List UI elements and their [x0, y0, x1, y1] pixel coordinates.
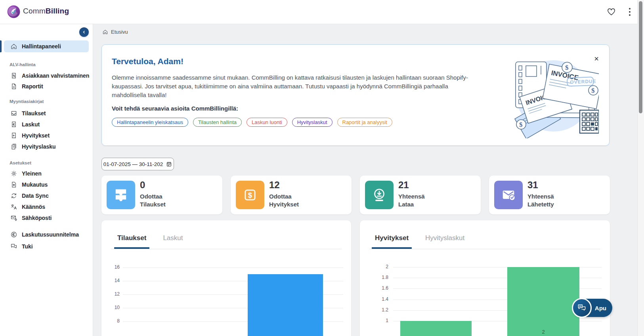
stat-label: Odottaa — [140, 193, 162, 200]
orders-archive-icon — [107, 181, 135, 209]
scrollbar-track[interactable] — [637, 0, 644, 336]
svg-text:$: $ — [565, 64, 569, 71]
download-circle-icon — [365, 181, 394, 209]
svg-text:OVERDUE: OVERDUE — [570, 78, 596, 85]
stat-label: Lähetetty — [527, 201, 554, 208]
stat-label: Lataa — [398, 201, 414, 208]
support-chat-icon — [10, 243, 17, 250]
topbar: CommBilling — [0, 0, 644, 24]
welcome-pill[interactable]: Hyvityslaskut — [292, 118, 333, 127]
stat-label: Odottaa — [269, 193, 292, 200]
date-range-picker[interactable]: 01-07-2025 — 30-11-202 — [101, 158, 174, 170]
y-axis-tick-label: 1 — [374, 318, 388, 323]
home-icon — [102, 29, 108, 35]
tab-hyvitykset[interactable]: Hyvitykset — [375, 234, 409, 248]
help-button[interactable]: Apu — [573, 299, 612, 317]
calendar-icon — [166, 161, 172, 167]
home-icon — [10, 43, 17, 50]
y-axis-tick-label: 1.2 — [374, 307, 388, 313]
sidebar-section-alv-hallinta: ALV-hallinta — [10, 62, 36, 67]
gear-icon — [10, 170, 17, 177]
bar-value-label: 2 — [507, 329, 579, 335]
stat-card-odottaa-tilaukset: 0 Odottaa Tilaukset — [101, 176, 222, 214]
stat-value: 31 — [527, 179, 538, 191]
sidebar-item-mukautus[interactable]: Mukautus — [0, 179, 93, 190]
document-icon — [10, 83, 17, 90]
tab-tilaukset[interactable]: Tilaukset — [117, 234, 146, 248]
sidebar-item-hallintapaneeli[interactable]: Hallintapaneeli — [0, 41, 93, 52]
receipt-percent-icon — [10, 72, 17, 79]
svg-text:$: $ — [591, 87, 595, 94]
sidebar-item-laskutussuunnitelma[interactable]: Laskutussuunnitelma — [0, 229, 93, 240]
stat-value: 21 — [398, 179, 409, 191]
y-axis-tick-label: 14 — [105, 278, 120, 283]
welcome-actions-intro: Voit tehdä seuraavia asioita CommBilling… — [112, 105, 238, 112]
invoice-euro-icon — [10, 121, 17, 128]
mail-check-icon — [494, 181, 523, 209]
y-axis-tick-label: 10 — [105, 305, 120, 310]
app-window: CommBilling Hallintapaneeli ALV-hal — [0, 0, 644, 336]
stat-label: Hyvitykset — [269, 201, 299, 208]
chat-bubbles-icon — [572, 298, 592, 318]
chart-bar — [507, 267, 579, 336]
tab-divider — [369, 249, 600, 249]
dollar-square-icon: $ — [236, 181, 264, 209]
y-axis-tick-label: 1.6 — [374, 285, 388, 291]
chart-gridline — [123, 267, 343, 268]
refunds-chart-tabs: Hyvitykset Hyvityslaskut — [375, 234, 464, 248]
breadcrumb[interactable]: Etusivu — [102, 29, 128, 35]
y-axis-tick-label: 2 — [374, 264, 388, 269]
tab-hyvityslaskut[interactable]: Hyvityslaskut — [425, 234, 464, 248]
tab-laskut[interactable]: Laskut — [163, 234, 183, 248]
orders-chart-tabs: Tilaukset Laskut — [117, 234, 183, 248]
stat-label: Tilaukset — [140, 201, 166, 208]
sidebar-section-asetukset: Asetukset — [10, 160, 31, 165]
sidebar-item-tilaukset[interactable]: Tilaukset — [0, 108, 93, 118]
email-settings-icon — [10, 214, 17, 221]
scrollbar-thumb[interactable] — [639, 1, 642, 113]
orders-tray-icon — [10, 110, 17, 117]
sidebar-item-data-sync[interactable]: Data Sync — [0, 190, 93, 201]
credit-note-icon — [10, 143, 17, 150]
chart-bar — [400, 321, 472, 336]
y-axis-tick-label: 1.8 — [374, 275, 388, 280]
y-axis-tick-label: 16 — [105, 264, 120, 270]
breadcrumb-label: Etusivu — [111, 29, 128, 35]
euro-circle-icon — [10, 231, 17, 238]
heart-icon[interactable] — [607, 8, 616, 16]
welcome-pill[interactable]: Laskun luonti — [247, 118, 287, 127]
stat-card-yhteensa-lataa: 21 Yhteensä Lataa — [360, 176, 481, 214]
sync-icon — [10, 192, 17, 199]
sidebar-item-tuki[interactable]: Tuki — [0, 241, 93, 252]
sidebar-item-yleinen[interactable]: Yleinen — [0, 168, 93, 179]
welcome-title: Tervetuloa, Adam! — [112, 57, 183, 66]
kebab-menu-icon[interactable] — [627, 7, 633, 17]
customize-doc-icon — [10, 181, 17, 188]
date-range-value: 01-07-2025 — 30-11-202 — [103, 161, 163, 167]
sidebar-item-sahkoposti[interactable]: Sähköposti — [0, 212, 93, 223]
sidebar-item-asiakkaan-vahvistaminen[interactable]: Asiakkaan vahvistaminen — [0, 70, 93, 81]
welcome-card: Tervetuloa, Adam! Olemme innoissamme saa… — [101, 44, 610, 146]
sidebar-item-hyvitykset[interactable]: Hyvitykset — [0, 130, 93, 141]
y-axis-tick-label: 12 — [105, 291, 120, 297]
svg-text:$: $ — [248, 191, 252, 199]
welcome-pills: Hallintapaneelin yleiskatsausTilausten h… — [112, 118, 392, 127]
refund-receipt-icon — [10, 132, 17, 139]
y-axis-tick-label: 8 — [105, 318, 120, 324]
sidebar-item-hyvityslasku[interactable]: Hyvityslasku — [0, 141, 93, 152]
welcome-pill[interactable]: Raportit ja analyysit — [337, 118, 392, 127]
chevron-left-icon — [82, 30, 86, 34]
welcome-pill[interactable]: Hallintapaneelin yleiskatsaus — [112, 118, 188, 127]
svg-text:$: $ — [519, 121, 523, 128]
stat-value: 12 — [269, 179, 280, 191]
welcome-pill[interactable]: Tilausten hallinta — [193, 118, 242, 127]
sidebar-item-kaannos[interactable]: Käännös — [0, 201, 93, 212]
welcome-body: Olemme innoissamme saadessamme sinut muk… — [112, 73, 468, 99]
commbilling-logo-icon — [6, 4, 21, 19]
sidebar-item-raportit[interactable]: Raportit — [0, 81, 93, 92]
sidebar: Hallintapaneeli ALV-hallinta Asiakkaan v… — [0, 24, 93, 336]
translate-icon — [10, 203, 17, 210]
sidebar-item-laskut[interactable]: Laskut — [0, 119, 93, 130]
brand-name: CommBilling — [23, 7, 69, 15]
sidebar-collapse-button[interactable] — [79, 27, 89, 37]
